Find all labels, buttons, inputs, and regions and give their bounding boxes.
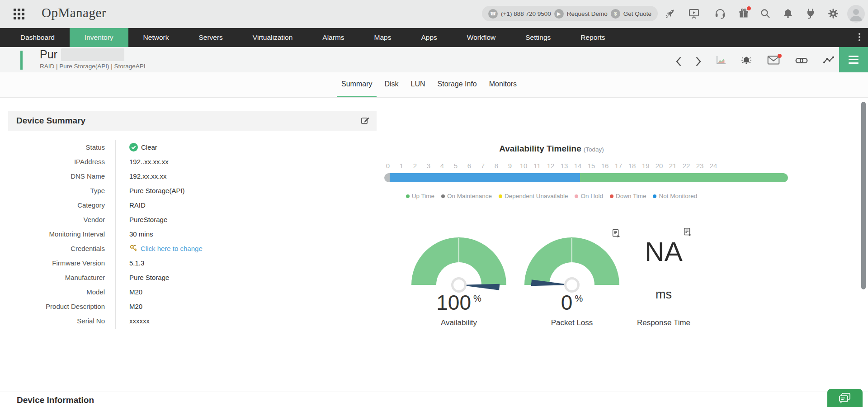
- field-label: Type: [8, 187, 105, 194]
- device-breadcrumb: RAID | Pure Storage(API) | StorageAPI: [40, 63, 146, 70]
- availability-label: Availability: [414, 318, 504, 327]
- quote-dollar-icon: $: [611, 9, 620, 19]
- nav-overflow-icon[interactable]: [857, 32, 862, 43]
- timeline-segment: [390, 173, 580, 182]
- legend-dot: [653, 194, 656, 198]
- summary-field-row: IPAddress 192..xx.xx.xx: [8, 154, 370, 169]
- legend-item: Up Time: [406, 193, 434, 199]
- summary-field-row: Type Pure Storage(API): [8, 183, 370, 198]
- settings-gear-icon[interactable]: [827, 8, 839, 19]
- performance-chart-icon[interactable]: [715, 54, 727, 66]
- response-time-report-icon[interactable]: [683, 227, 693, 237]
- field-value: PureStorage: [105, 216, 370, 223]
- field-value: Pure Storage: [105, 274, 370, 281]
- device-accent-bar: [20, 51, 23, 70]
- field-value-text: M20: [129, 303, 142, 310]
- nav-item[interactable]: Apps: [406, 28, 452, 47]
- field-value: Pure Storage(API): [105, 187, 370, 194]
- field-label: IPAddress: [8, 158, 105, 166]
- support-headset-icon[interactable]: [714, 8, 726, 19]
- hour-tick-label: 2: [408, 162, 422, 170]
- phone-number[interactable]: (+1) 888 720 9500: [501, 10, 551, 17]
- device-tab[interactable]: Summary: [337, 72, 377, 97]
- legend-item: On Hold: [575, 193, 603, 199]
- response-time-value: NA: [618, 236, 709, 267]
- field-value: xxxxxx: [105, 317, 370, 325]
- summary-field-row: Category RAID: [8, 198, 370, 212]
- field-label: Vendor: [8, 216, 105, 223]
- edit-device-button[interactable]: [360, 116, 370, 126]
- field-label: Category: [8, 201, 105, 209]
- field-value: 5.1.3: [105, 259, 370, 267]
- next-device-button[interactable]: [692, 56, 703, 67]
- hour-tick-label: 12: [544, 162, 557, 170]
- opmanager-app: OpManager ☎ (+1) 888 720 9500 ▶ Request …: [0, 0, 868, 407]
- availability-timeline-bar[interactable]: [384, 173, 788, 182]
- field-label: DNS Name: [8, 172, 105, 180]
- field-value-text: M20: [129, 288, 142, 296]
- device-header: Pur RAID | Pure Storage(API) | StorageAP…: [0, 47, 868, 73]
- field-value-text: Clear: [141, 143, 157, 151]
- nav-item[interactable]: Settings: [510, 28, 566, 47]
- device-menu-button[interactable]: [839, 47, 868, 72]
- device-information-title: Device Information: [17, 395, 94, 405]
- mail-notification-badge: [778, 54, 782, 58]
- field-value-text: Pure Storage(API): [129, 187, 185, 194]
- notifications-bell-icon[interactable]: [782, 8, 794, 19]
- device-tab[interactable]: Storage Info: [433, 72, 481, 97]
- device-tab[interactable]: Disk: [380, 72, 403, 97]
- getting-started-rocket-icon[interactable]: [665, 8, 676, 19]
- device-tab[interactable]: Monitors: [485, 72, 521, 97]
- sparkline-monitor-icon[interactable]: [823, 54, 835, 66]
- field-label: Product Description: [8, 303, 105, 310]
- hour-tick-label: 13: [557, 162, 571, 170]
- nav-item[interactable]: Servers: [184, 28, 237, 47]
- dependencies-link-icon[interactable]: [795, 54, 808, 66]
- request-demo-link[interactable]: Request Demo: [567, 10, 608, 17]
- hour-tick-label: 19: [639, 162, 652, 170]
- hour-tick-label: 21: [666, 162, 679, 170]
- get-quote-link[interactable]: Get Quote: [623, 10, 651, 17]
- app-launcher-icon[interactable]: [14, 9, 25, 20]
- nav-item[interactable]: Reports: [566, 28, 620, 47]
- legend-dot: [406, 194, 410, 198]
- summary-field-row: Model M20: [8, 284, 370, 299]
- nav-item[interactable]: Inventory: [70, 28, 128, 47]
- timeline-period: (Today): [584, 146, 604, 153]
- nav-item[interactable]: Virtualization: [238, 28, 307, 47]
- hour-tick-label: 14: [571, 162, 585, 170]
- nav-item[interactable]: Network: [128, 28, 184, 47]
- user-avatar[interactable]: [847, 5, 865, 23]
- hour-tick-label: 17: [612, 162, 625, 170]
- status-ok-icon: [129, 143, 138, 151]
- nav-item[interactable]: Maps: [359, 28, 406, 47]
- device-summary-header: Device Summary: [8, 111, 377, 131]
- field-value: M20: [105, 288, 370, 296]
- summary-field-row: Product Description M20: [8, 299, 370, 313]
- nav-item[interactable]: Workflow: [452, 28, 510, 47]
- hour-tick-label: 7: [476, 162, 490, 170]
- training-presentation-icon[interactable]: [688, 8, 700, 19]
- timeline-segment: [580, 173, 788, 182]
- field-value-text: 192..xx.xx.xx: [129, 158, 169, 166]
- live-chat-button[interactable]: [827, 389, 863, 407]
- legend-item: On Maintenance: [441, 193, 492, 199]
- integrations-plug-icon[interactable]: [805, 8, 816, 19]
- availability-value: 100%: [414, 290, 504, 315]
- nav-item[interactable]: Alarms: [307, 28, 359, 47]
- hour-tick-label: 15: [585, 162, 598, 170]
- device-tabs: Summary Disk LUN Storage Info Monitors: [0, 72, 868, 98]
- device-tab[interactable]: LUN: [406, 72, 430, 97]
- vertical-scrollbar[interactable]: [861, 102, 866, 289]
- field-label: Monitoring Interval: [8, 230, 105, 238]
- hour-tick-label: 24: [707, 162, 720, 170]
- field-value-text: 30 mins: [129, 230, 153, 238]
- summary-field-row: Monitoring Interval 30 mins: [8, 227, 370, 241]
- field-value: 192..xx.xx.xx: [105, 158, 370, 166]
- previous-device-button[interactable]: [674, 56, 685, 67]
- nav-item[interactable]: Dashboard: [5, 28, 70, 47]
- top-header: OpManager ☎ (+1) 888 720 9500 ▶ Request …: [0, 0, 868, 28]
- availability-timeline-title: Availability Timeline(Today): [384, 144, 719, 154]
- alarm-bell-icon[interactable]: [741, 54, 752, 66]
- search-icon[interactable]: [760, 8, 771, 19]
